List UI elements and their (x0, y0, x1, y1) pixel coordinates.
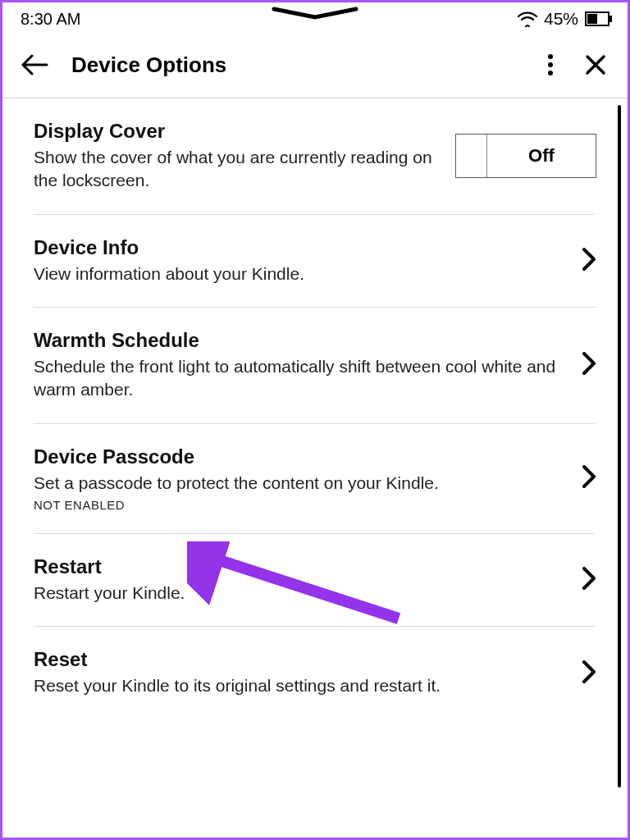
close-icon (585, 54, 606, 75)
setting-display-cover[interactable]: Display Cover Show the cover of what you… (34, 98, 596, 215)
svg-rect-1 (609, 16, 612, 22)
back-button[interactable] (17, 50, 52, 80)
chevron-right-icon (582, 247, 596, 275)
svg-point-5 (548, 71, 553, 75)
arrow-left-icon (21, 53, 48, 76)
svg-rect-2 (587, 14, 597, 24)
setting-restart[interactable]: Restart Restart your Kindle. (34, 534, 596, 627)
setting-title: Reset (34, 648, 567, 671)
setting-desc: Reset your Kindle to its original settin… (34, 674, 567, 697)
setting-device-passcode[interactable]: Device Passcode Set a passcode to protec… (34, 424, 596, 534)
setting-status: NOT ENABLED (34, 498, 567, 512)
notch-chevron-icon (266, 6, 364, 25)
setting-desc: Restart your Kindle. (34, 582, 567, 605)
kebab-icon (547, 53, 554, 76)
page-title: Device Options (71, 52, 524, 78)
chevron-right-icon (582, 351, 596, 379)
setting-warmth-schedule[interactable]: Warmth Schedule Schedule the front light… (34, 308, 596, 424)
wifi-icon (518, 11, 537, 27)
chevron-right-icon (582, 566, 596, 594)
setting-reset[interactable]: Reset Reset your Kindle to its original … (34, 627, 596, 719)
setting-title: Warmth Schedule (34, 329, 567, 352)
setting-desc: Show the cover of what you are currently… (34, 146, 441, 193)
close-button[interactable] (582, 51, 609, 79)
more-options-button[interactable] (544, 50, 557, 80)
setting-desc: Set a passcode to protect the content on… (34, 472, 567, 495)
setting-desc: Schedule the front light to automaticall… (34, 355, 567, 402)
setting-desc: View information about your Kindle. (34, 262, 567, 285)
setting-title: Restart (34, 555, 567, 578)
status-battery-text: 45% (544, 9, 578, 29)
status-time: 8:30 AM (21, 10, 80, 29)
page-header: Device Options (2, 32, 628, 98)
toggle-label: Off (487, 145, 596, 167)
toggle-knob (456, 135, 487, 177)
battery-icon (585, 11, 613, 26)
setting-title: Device Passcode (34, 445, 567, 468)
svg-point-3 (548, 54, 553, 59)
scrollbar[interactable] (618, 105, 621, 788)
setting-title: Device Info (34, 236, 567, 259)
chevron-right-icon (582, 464, 596, 492)
setting-title: Display Cover (34, 120, 441, 143)
svg-point-4 (548, 62, 553, 67)
display-cover-toggle[interactable]: Off (455, 134, 596, 178)
setting-device-info[interactable]: Device Info View information about your … (34, 215, 596, 308)
chevron-right-icon (582, 660, 596, 687)
settings-list-container: Display Cover Show the cover of what you… (2, 98, 628, 719)
